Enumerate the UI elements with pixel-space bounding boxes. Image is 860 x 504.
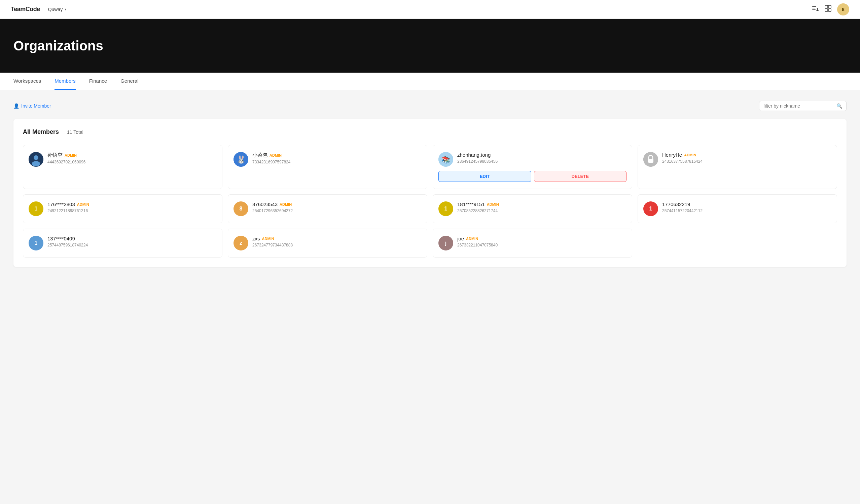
user-avatar-badge[interactable]: 8 [837,3,849,15]
member-id: 267332211047075840 [457,243,498,248]
members-panel: All Members 11 Total 孙悟空 ADMIN 444369270… [13,119,847,267]
header-right: 8 [812,3,849,15]
member-card-inner: z zxs ADMIN 267324779734437888 [233,236,421,251]
svg-text:🐰: 🐰 [236,155,246,164]
workspace-selector[interactable]: Quway ▾ [48,7,67,12]
edit-button[interactable]: EDIT [439,171,531,182]
member-id: 257441157220442112 [662,208,703,213]
grid-icon[interactable] [824,5,832,14]
member-role-badge: ADMIN [280,203,292,206]
member-card[interactable]: z zxs ADMIN 267324779734437888 [228,228,427,257]
member-role-badge: ADMIN [77,203,89,206]
main-content: 👤 Invite Member 🔍 All Members 11 Total 孙… [0,90,860,278]
svg-point-11 [34,155,38,160]
chevron-down-icon: ▾ [64,8,66,11]
panel-header: All Members 11 Total [23,129,837,135]
member-name-row: 1770632219 [662,202,703,207]
translation-icon[interactable] [812,5,819,14]
member-grid: 孙悟空 ADMIN 44436927021060096 🐰 小菜包 ADMIN … [23,145,837,257]
invite-label: Invite Member [21,103,51,108]
member-card[interactable]: 1 176****2803 ADMIN 249212211898761216 [23,194,223,223]
member-name: joe [457,236,464,241]
member-name-row: 小菜包 ADMIN [252,152,290,158]
member-name: 孙悟空 [47,152,62,158]
svg-rect-2 [812,9,816,10]
avatar: 1 [29,202,43,216]
member-role-badge: ADMIN [64,153,77,157]
member-name: 181****9151 [457,202,485,207]
svg-point-12 [32,161,40,166]
member-info: zhenhang.tong 236491245798035456 [457,152,498,164]
invite-member-button[interactable]: 👤 Invite Member [13,103,51,108]
svg-rect-18 [648,159,654,163]
avatar: 1 [29,236,43,251]
nickname-search-input[interactable] [763,103,834,108]
member-card-inner: 1 137****0409 257448759618740224 [29,236,217,251]
member-card[interactable]: 🐰 小菜包 ADMIN 73342316907597824 [228,145,427,189]
avatar: 🐰 [233,152,248,167]
member-card[interactable]: 1 181****9151 ADMIN 257085228826271744 [433,194,632,223]
person-add-icon: 👤 [13,103,19,108]
member-name-row: 176****2803 ADMIN [47,202,89,207]
member-card[interactable]: 📚 zhenhang.tong 236491245798035456 EDIT … [433,145,632,189]
member-info: HenryHe ADMIN 243163775587815424 [662,152,703,164]
member-role-badge: ADMIN [270,153,282,157]
member-name-row: 181****9151 ADMIN [457,202,499,207]
member-id: 254017296352694272 [252,208,293,213]
member-id: 73342316907597824 [252,160,290,164]
member-id: 236491245798035456 [457,159,498,164]
workspace-name: Quway [48,7,63,12]
member-card-inner: 🐰 小菜包 ADMIN 73342316907597824 [233,152,421,167]
header: TeamCode Quway ▾ 8 [0,0,860,19]
panel-count: 11 Total [67,130,84,135]
tab-finance[interactable]: Finance [89,73,107,90]
svg-rect-7 [828,5,831,8]
avatar: j [439,236,453,251]
svg-rect-8 [825,9,828,12]
member-name: 876023543 [252,202,277,207]
member-name-row: zhenhang.tong [457,152,498,158]
member-name: 小菜包 [252,152,268,158]
member-name-row: 137****0409 [47,236,88,241]
member-name-row: zxs ADMIN [252,236,293,241]
member-role-badge: ADMIN [466,237,478,241]
member-name: 1770632219 [662,202,690,207]
member-card-inner: 孙悟空 ADMIN 44436927021060096 [29,152,217,167]
member-id: 243163775587815424 [662,159,703,164]
tabs-nav: Workspaces Members Finance General [0,73,860,90]
member-name-row: joe ADMIN [457,236,498,241]
member-info: 176****2803 ADMIN 249212211898761216 [47,202,89,213]
svg-rect-9 [828,9,831,12]
member-name: 137****0409 [47,236,75,241]
tab-general[interactable]: General [120,73,138,90]
svg-rect-1 [812,8,815,9]
member-card[interactable]: 1 137****0409 257448759618740224 [23,228,223,257]
avatar: 1 [643,202,658,216]
svg-text:📚: 📚 [442,156,450,164]
member-card[interactable]: HenryHe ADMIN 243163775587815424 [637,145,837,189]
member-card[interactable]: 1 1770632219 257441157220442112 [637,194,837,223]
avatar: z [233,236,248,251]
header-left: TeamCode Quway ▾ [11,6,66,13]
tab-workspaces[interactable]: Workspaces [13,73,41,90]
member-info: 181****9151 ADMIN 257085228826271744 [457,202,499,213]
member-role-badge: ADMIN [487,203,499,206]
member-info: 876023543 ADMIN 254017296352694272 [252,202,293,213]
member-card[interactable]: j joe ADMIN 267332211047075840 [433,228,632,257]
avatar [29,152,43,167]
avatar: 1 [439,202,453,216]
member-card-inner: 1 176****2803 ADMIN 249212211898761216 [29,202,217,216]
member-card-inner: 1 181****9151 ADMIN 257085228826271744 [439,202,627,216]
member-info: zxs ADMIN 267324779734437888 [252,236,293,248]
search-box: 🔍 [759,101,847,111]
member-name-row: 876023543 ADMIN [252,202,293,207]
member-card[interactable]: 8 876023543 ADMIN 254017296352694272 [228,194,427,223]
member-info: 孙悟空 ADMIN 44436927021060096 [47,152,85,164]
member-card[interactable]: 孙悟空 ADMIN 44436927021060096 [23,145,223,189]
hero-section: Organizations [0,19,860,73]
member-card-inner: HenryHe ADMIN 243163775587815424 [643,152,831,167]
delete-button[interactable]: DELETE [534,171,627,182]
tab-members[interactable]: Members [55,73,76,90]
toolbar: 👤 Invite Member 🔍 [13,101,847,111]
avatar: 📚 [439,152,453,167]
